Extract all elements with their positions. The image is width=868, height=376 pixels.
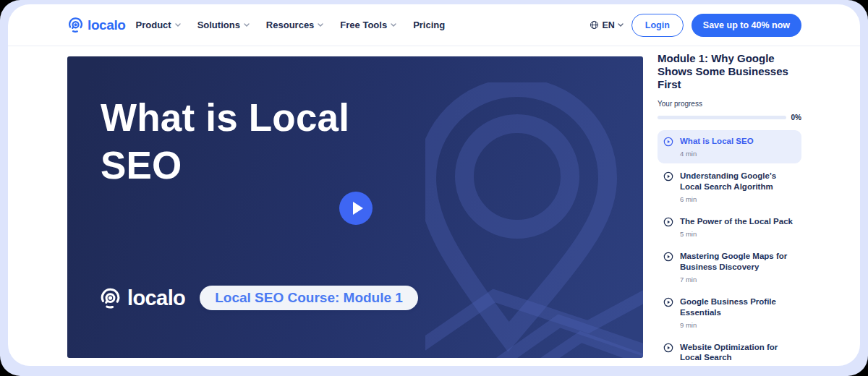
lesson-title: Understanding Google's Local Search Algo…	[680, 171, 796, 192]
map-pin-watermark-icon	[425, 82, 643, 358]
localo-logo-icon	[99, 287, 122, 309]
chevron-down-icon	[318, 23, 323, 27]
play-circle-icon	[663, 137, 673, 147]
lesson-item[interactable]: Mastering Google Maps for Business Disco…	[658, 245, 801, 289]
play-circle-icon	[663, 252, 673, 262]
video-localo-logo: localo	[99, 286, 185, 310]
nav-link-free-tools[interactable]: Free Tools	[340, 20, 396, 30]
localo-logo-icon	[67, 17, 84, 33]
video-title: What is Local SEO	[101, 94, 397, 190]
browser-frame: localo Product Solutions Resources Free …	[0, 0, 868, 376]
play-button[interactable]	[339, 192, 373, 225]
lesson-duration: 7 min	[680, 275, 796, 283]
nav-link-label: Solutions	[197, 20, 240, 30]
lesson-duration: 6 min	[680, 195, 796, 203]
course-badge: Local SEO Course: Module 1	[200, 286, 418, 310]
video-player[interactable]: What is Local SEO	[67, 56, 643, 358]
chevron-down-icon	[244, 23, 250, 27]
module-title: Module 1: Why Google Shows Some Business…	[658, 52, 801, 91]
play-circle-icon	[663, 171, 673, 181]
lesson-title: Google Business Profile Essentials	[680, 296, 796, 318]
lesson-item[interactable]: What is Local SEO 4 min	[658, 130, 801, 163]
page-card: localo Product Solutions Resources Free …	[8, 4, 860, 366]
lesson-item[interactable]: Google Business Profile Essentials 9 min	[658, 291, 801, 335]
lesson-item[interactable]: The Power of the Local Pack 5 min	[658, 210, 801, 244]
nav-link-resources[interactable]: Resources	[266, 20, 323, 30]
chevron-down-icon	[391, 23, 396, 27]
lesson-title: Mastering Google Maps for Business Disco…	[680, 251, 796, 273]
play-circle-icon	[663, 343, 673, 353]
play-circle-icon	[663, 297, 673, 307]
lesson-title: Website Optimization for Local Search	[680, 342, 796, 364]
nav-link-label: Product	[136, 20, 171, 30]
nav-link-solutions[interactable]: Solutions	[197, 20, 250, 30]
localo-logo[interactable]: localo	[67, 17, 126, 33]
language-label: EN	[602, 20, 614, 30]
language-selector[interactable]: EN	[590, 20, 623, 30]
lesson-item[interactable]: Understanding Google's Local Search Algo…	[658, 165, 801, 209]
main-nav: Product Solutions Resources Free Tools P…	[136, 20, 446, 30]
lesson-duration: 4 min	[680, 150, 754, 158]
progress-bar	[658, 116, 786, 119]
main-content: What is Local SEO	[67, 56, 801, 366]
course-sidebar: Module 1: Why Google Shows Some Business…	[658, 52, 801, 366]
nav-link-label: Resources	[266, 20, 314, 30]
lesson-item[interactable]: Website Optimization for Local Search 13…	[658, 336, 801, 367]
lesson-duration: 9 min	[680, 321, 796, 329]
top-nav: localo Product Solutions Resources Free …	[8, 4, 860, 46]
lesson-title: What is Local SEO	[680, 136, 754, 147]
progress-label: Your progress	[658, 100, 801, 108]
promo-cta-button[interactable]: Save up to 40% now	[692, 14, 801, 37]
progress-percent: 0%	[791, 114, 801, 121]
lesson-title: The Power of the Local Pack	[680, 216, 793, 227]
brand-text: localo	[88, 17, 126, 33]
play-circle-icon	[663, 217, 673, 227]
lesson-duration: 5 min	[680, 230, 793, 238]
globe-icon	[590, 20, 599, 30]
video-brand-text: localo	[127, 286, 185, 310]
chevron-down-icon	[618, 23, 624, 27]
chevron-down-icon	[175, 23, 181, 27]
login-button[interactable]: Login	[631, 14, 684, 37]
nav-link-label: Pricing	[413, 20, 445, 30]
nav-link-product[interactable]: Product	[136, 20, 181, 30]
lesson-list: What is Local SEO 4 min Understanding Go…	[658, 130, 801, 366]
play-triangle-icon	[353, 202, 363, 215]
nav-link-pricing[interactable]: Pricing	[413, 20, 445, 30]
video-footer: localo Local SEO Course: Module 1	[99, 286, 418, 310]
nav-link-label: Free Tools	[340, 20, 387, 30]
